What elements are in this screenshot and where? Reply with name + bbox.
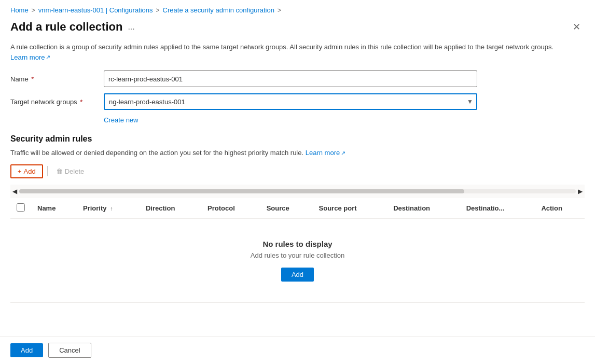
breadcrumb-configurations[interactable]: vnm-learn-eastus-001 | Configurations <box>38 6 153 14</box>
rules-table-wrapper: Name Priority ↑ Direction Protocol Sourc… <box>10 198 585 303</box>
add-button-label: Add <box>24 167 36 175</box>
delete-button-label: Delete <box>65 167 85 175</box>
target-groups-field-row: Target network groups * ng-learn-prod-ea… <box>10 93 585 110</box>
breadcrumb-sep-3: > <box>278 7 281 14</box>
scrollbar-track <box>19 189 576 193</box>
create-new-link[interactable]: Create new <box>104 116 585 124</box>
empty-state-cell: No rules to display Add rules to your ru… <box>10 218 585 302</box>
rules-table: Name Priority ↑ Direction Protocol Sourc… <box>10 198 585 302</box>
name-required-star: * <box>31 75 34 83</box>
learn-more-label: Learn more <box>10 52 45 63</box>
th-source-port: Source port <box>313 198 388 219</box>
th-direction: Direction <box>140 198 201 219</box>
th-destination-port: Destinatio... <box>460 198 535 219</box>
breadcrumb-home[interactable]: Home <box>10 6 29 14</box>
close-button[interactable]: ✕ <box>569 20 585 34</box>
empty-state-add-button[interactable]: Add <box>281 268 314 282</box>
name-input[interactable] <box>104 71 477 87</box>
panel-title-row: Add a rule collection ... <box>10 20 135 34</box>
external-link-icon: ↗ <box>46 53 50 62</box>
breadcrumb-sep-2: > <box>156 7 160 14</box>
th-checkbox <box>10 198 31 219</box>
security-learn-more-label: Learn more <box>306 148 340 158</box>
traffic-description: Traffic will be allowed or denied depend… <box>10 148 585 158</box>
add-icon: + <box>18 167 22 175</box>
main-content: Add a rule collection ... ✕ A rule colle… <box>0 18 595 336</box>
th-action: Action <box>535 198 585 219</box>
trash-icon: 🗑 <box>56 167 63 175</box>
page-container: Home > vnm-learn-eastus-001 | Configurat… <box>0 0 595 364</box>
th-priority-label: Priority <box>83 204 107 212</box>
delete-rule-button[interactable]: 🗑 Delete <box>52 165 89 177</box>
description-text: A rule collection is a group of security… <box>10 42 555 62</box>
toolbar-separator <box>47 166 48 176</box>
security-learn-more[interactable]: Learn more ↗ <box>306 148 345 158</box>
table-header-row: Name Priority ↑ Direction Protocol Sourc… <box>10 198 585 219</box>
empty-state: No rules to display Add rules to your ru… <box>10 219 585 302</box>
add-rule-button[interactable]: + Add <box>10 164 43 178</box>
name-label: Name * <box>10 75 104 83</box>
form-section: Name * Target network groups * ng-learn-… <box>10 71 585 124</box>
table-body: No rules to display Add rules to your ru… <box>10 218 585 302</box>
scrollbar-thumb <box>19 189 464 193</box>
horizontal-scrollbar: ◀ ▶ <box>10 185 585 198</box>
description-body: A rule collection is a group of security… <box>10 43 554 51</box>
scroll-right-button[interactable]: ▶ <box>576 187 585 196</box>
target-groups-select[interactable]: ng-learn-prod-eastus-001 <box>104 93 477 110</box>
traffic-desc-text: Traffic will be allowed or denied depend… <box>10 149 303 157</box>
security-external-link-icon: ↗ <box>341 149 345 158</box>
toolbar: + Add 🗑 Delete <box>10 164 585 178</box>
th-name: Name <box>31 198 77 219</box>
th-destination: Destination <box>387 198 460 219</box>
cancel-button[interactable]: Cancel <box>48 343 91 358</box>
breadcrumb-create-config[interactable]: Create a security admin configuration <box>163 6 274 14</box>
breadcrumb-sep-1: > <box>32 7 35 14</box>
target-groups-label: Target network groups * <box>10 98 104 106</box>
empty-state-subtitle: Add rules to your rule collection <box>21 251 574 259</box>
th-source: Source <box>260 198 313 219</box>
empty-state-row: No rules to display Add rules to your ru… <box>10 218 585 302</box>
select-all-checkbox[interactable] <box>17 203 25 212</box>
target-label-text: Target network groups <box>10 98 77 106</box>
target-required-star: * <box>80 98 82 106</box>
bottom-bar: Add Cancel <box>0 336 595 364</box>
panel-title: Add a rule collection <box>10 20 122 34</box>
breadcrumb: Home > vnm-learn-eastus-001 | Configurat… <box>0 0 595 18</box>
name-label-text: Name <box>10 75 29 83</box>
empty-state-title: No rules to display <box>21 240 574 248</box>
name-field-row: Name * <box>10 71 585 87</box>
description-learn-more[interactable]: Learn more ↗ <box>10 52 50 63</box>
th-protocol: Protocol <box>201 198 260 219</box>
table-header: Name Priority ↑ Direction Protocol Sourc… <box>10 198 585 219</box>
sort-ascending-icon: ↑ <box>110 205 113 212</box>
section-title: Security admin rules <box>10 134 585 144</box>
scroll-left-button[interactable]: ◀ <box>10 187 19 196</box>
target-select-wrapper: ng-learn-prod-eastus-001 ▼ <box>104 93 477 110</box>
submit-add-button[interactable]: Add <box>10 343 43 357</box>
th-priority[interactable]: Priority ↑ <box>77 198 140 219</box>
panel-header: Add a rule collection ... ✕ <box>10 18 585 34</box>
panel-ellipsis[interactable]: ... <box>128 22 134 32</box>
